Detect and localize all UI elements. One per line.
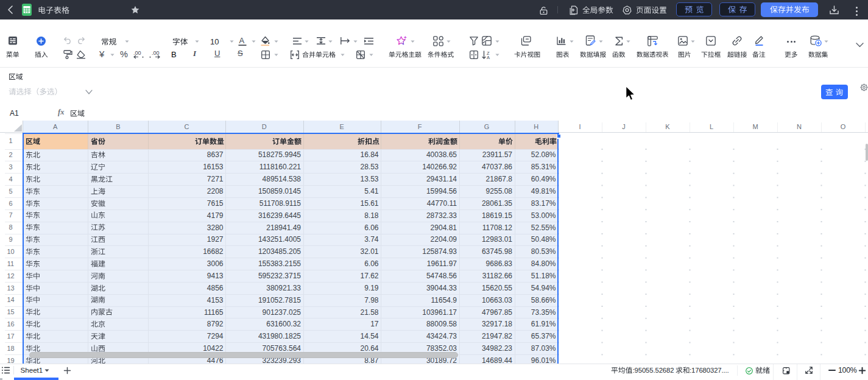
svg-text:A: A: [239, 36, 245, 45]
svg-text:.00: .00: [133, 50, 141, 56]
svg-text:A: A: [487, 55, 490, 60]
svg-text:.00: .00: [152, 50, 160, 56]
